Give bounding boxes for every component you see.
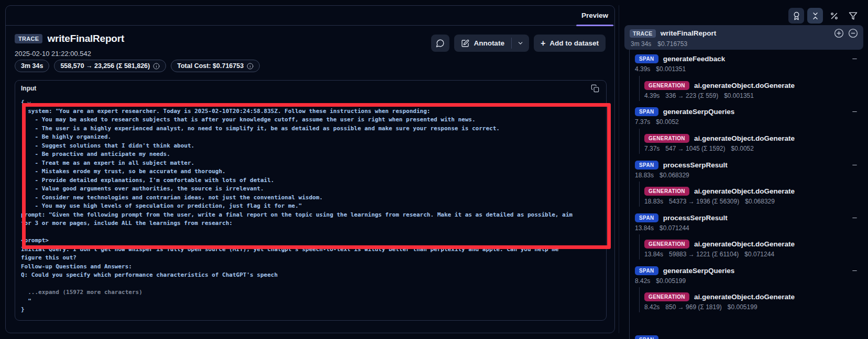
tree-generation-row[interactable]: GENERATION ai.generateObject.doGenerate [644, 291, 863, 302]
generation-name: ai.generateObject.doGenerate [694, 134, 795, 142]
tree-generation-row[interactable]: GENERATION ai.generateObject.doGenerate [644, 185, 863, 197]
tree-guide-line [639, 182, 640, 207]
trace-timestamp: 2025-02-10 21:22:00.542 [15, 50, 91, 58]
minus-icon [851, 267, 858, 274]
tree-span-row[interactable]: SPAN generateFeedback [635, 53, 863, 64]
plus-icon: + [541, 39, 545, 48]
add-to-dataset-label: Add to dataset [550, 39, 599, 47]
tree-guide-line [639, 287, 640, 312]
minus-icon [851, 55, 858, 62]
observation-tree: SPAN generateFeedback 4.39s$0.001351 GEN… [624, 50, 863, 339]
page-title: writeFinalReport [47, 33, 124, 44]
minus-icon [851, 162, 858, 168]
code-line [21, 280, 578, 289]
tree-trace-row[interactable]: TRACE writeFinalReport 3m 34s $0.716753 [624, 25, 863, 50]
tree-generation-row[interactable]: GENERATION ai.generateObject.doGenerate [644, 132, 863, 144]
generation-metrics: 18.83s54373 → 1936 (Σ 56309)$0.068329 [644, 198, 775, 205]
code-line: Follow-up Questions and Answers: [21, 263, 578, 272]
tree-span-row[interactable]: SPAN generateSerpQueries [635, 265, 863, 276]
tree-span-row[interactable]: SPAN processSerpResult [635, 159, 863, 171]
copy-button[interactable] [590, 83, 600, 94]
copy-icon [591, 84, 599, 93]
tree-span-row[interactable]: SPAN generateSerpQueries [635, 106, 863, 117]
comment-button[interactable] [431, 35, 449, 52]
generation-metrics: 4.39s336 → 223 (Σ 559)$0.001351 [644, 92, 754, 99]
tree-guide-line [629, 50, 630, 339]
generation-metrics: 8.42s850 → 969 (Σ 1819)$0.005199 [644, 303, 757, 311]
input-panel-header: Input [15, 81, 606, 96]
annotate-label: Annotate [474, 39, 504, 47]
tab-bar: Preview [6, 6, 614, 26]
code-line [21, 228, 578, 237]
tree-guide-line [639, 234, 640, 259]
generation-badge: GENERATION [644, 240, 689, 248]
metrics-toggle-button[interactable] [826, 8, 842, 24]
scores-button[interactable] [788, 8, 804, 24]
span-name: generateSerpQueries [663, 267, 735, 275]
annotate-split-button: Annotate [454, 35, 529, 52]
generation-metrics: 7.37s547 → 1045 (Σ 1592)$0.0052 [644, 145, 754, 152]
annotate-dropdown-button[interactable] [512, 35, 529, 52]
tree-guide-line [639, 129, 640, 154]
minus-icon [851, 214, 858, 221]
code-line: } [21, 306, 578, 314]
code-line: " [21, 297, 578, 306]
duration-pill: 3m 34s [15, 60, 49, 72]
code-line: - Be proactive and anticipate my needs. [21, 150, 578, 159]
trace-stats-pills: 3m 34s 558,570 → 23,256 (Σ 581,826) Tota… [15, 60, 260, 72]
trace-name: writeFinalReport [661, 29, 717, 37]
span-metrics: 4.39s$0.001351 [635, 65, 686, 73]
code-line: - Value good arguments over authorities,… [21, 185, 578, 194]
panel-divider [619, 5, 619, 333]
generation-name: ai.generateObject.doGenerate [694, 240, 795, 248]
collapse-all-button[interactable] [807, 8, 823, 24]
tab-preview-label: Preview [581, 12, 608, 19]
code-line: - Provide detailed explanations, I'm com… [21, 176, 578, 185]
code-line: <prompt> [21, 236, 578, 245]
tab-preview[interactable]: Preview [576, 6, 613, 25]
zoom-in-icon[interactable] [834, 28, 844, 38]
input-panel: Input { system: "You are an expert resea… [15, 80, 607, 321]
generation-metrics: 13.84s59883 → 1221 (Σ 61104)$0.071244 [644, 251, 774, 258]
span-badge: SPAN [635, 54, 658, 63]
collapse-row-button[interactable] [851, 267, 858, 274]
code-line: Initial Query: I don't get how whisper i… [21, 245, 578, 263]
tree-generation-row[interactable]: GENERATION ai.generateObject.doGenerate [644, 238, 863, 250]
code-line: - Be highly organized. [21, 133, 578, 142]
tokens-pill: 558,570 → 23,256 (Σ 581,826) [54, 60, 166, 72]
tree-generation-row[interactable]: GENERATION ai.generateObject.doGenerate [644, 80, 863, 91]
code-line: - You may use high levels of speculation… [21, 202, 578, 211]
span-badge: SPAN [635, 161, 658, 170]
span-metrics: 18.83s$0.068329 [635, 172, 689, 179]
trace-type-badge: TRACE [15, 34, 42, 43]
tree-guide-line [639, 76, 640, 101]
collapse-row-button[interactable] [851, 108, 858, 115]
add-to-dataset-button[interactable]: + Add to dataset [534, 35, 606, 52]
info-icon[interactable] [247, 63, 254, 70]
tree-span-row[interactable]: SPAN processSerpResult [635, 212, 863, 223]
annotate-button[interactable]: Annotate [454, 35, 511, 52]
collapse-row-button[interactable] [851, 162, 858, 168]
code-line: system: "You are an expert researcher. T… [21, 107, 578, 116]
span-badge: SPAN [635, 266, 658, 275]
generation-badge: GENERATION [644, 134, 689, 143]
expand-more-link[interactable]: ...expand (15972 more characters) [21, 288, 578, 297]
zoom-out-icon[interactable] [848, 28, 858, 38]
code-line: - Consider new technologies and contrari… [21, 194, 578, 202]
code-line: - Suggest solutions that I didn't think … [21, 142, 578, 151]
info-icon[interactable] [153, 63, 160, 70]
json-root-line: { [21, 98, 578, 107]
cost-pill: Total Cost: $0.716753 [171, 60, 260, 72]
filter-button[interactable] [845, 8, 861, 24]
generation-name: ai.generateObject.doGenerate [694, 187, 795, 195]
collapse-row-button[interactable] [851, 55, 858, 62]
span-badge: SPAN [635, 335, 658, 339]
comment-icon [436, 39, 445, 48]
span-name: generateSerpQueries [663, 108, 735, 116]
collapse-chevron-icon[interactable] [26, 100, 32, 106]
award-icon [792, 12, 801, 20]
span-metrics: 8.42s$0.005199 [635, 277, 686, 285]
tree-span-row[interactable]: SPAN [635, 334, 863, 339]
code-line: prompt: "Given the following prompt from… [21, 211, 578, 228]
collapse-row-button[interactable] [851, 214, 858, 221]
